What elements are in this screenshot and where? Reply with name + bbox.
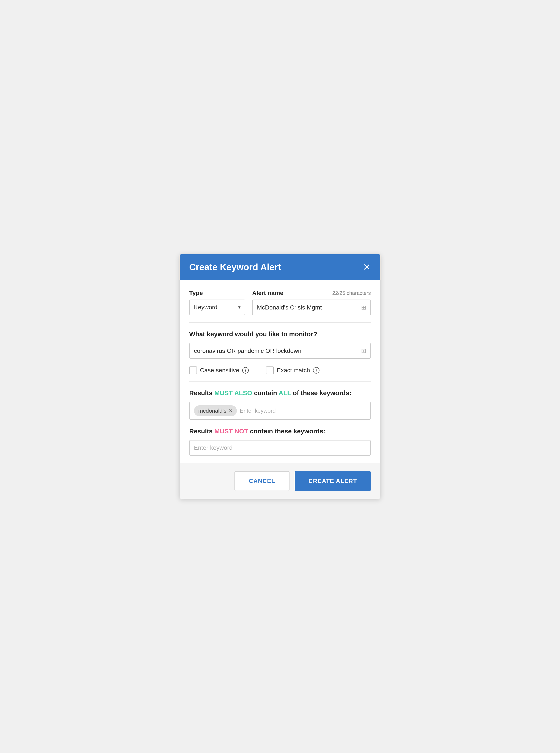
- modal-footer: CANCEL CREATE ALERT: [180, 463, 380, 499]
- alert-name-field-group: Alert name 22/25 characters ⊞: [252, 290, 371, 315]
- must-also-suffix: of these keywords:: [291, 389, 352, 397]
- must-also-prefix: Results: [189, 389, 215, 397]
- char-count: 22/25 characters: [332, 290, 371, 296]
- alert-name-label-row: Alert name 22/25 characters: [252, 290, 371, 296]
- must-also-tag-close-icon[interactable]: ✕: [229, 408, 233, 414]
- create-alert-button[interactable]: CREATE ALERT: [295, 471, 371, 491]
- cancel-button[interactable]: CANCEL: [235, 471, 289, 491]
- type-select-value: Keyword: [194, 304, 238, 311]
- type-select[interactable]: Keyword ▾: [189, 300, 245, 315]
- divider-2: [189, 381, 371, 382]
- modal-title: Create Keyword Alert: [189, 262, 281, 272]
- must-also-middle: contain: [252, 389, 279, 397]
- checkboxes-row: Case sensitive i Exact match i: [189, 366, 371, 374]
- keyword-input-wrapper[interactable]: ⊞: [189, 343, 371, 359]
- type-name-row: Type Keyword ▾ Alert name 22/25 characte…: [189, 290, 371, 315]
- must-not-prefix: Results: [189, 427, 215, 435]
- must-also-label: Results MUST ALSO contain ALL of these k…: [189, 389, 371, 397]
- type-field-group: Type Keyword ▾: [189, 290, 245, 315]
- alert-name-label: Alert name: [252, 290, 283, 296]
- alert-name-input[interactable]: [257, 304, 361, 311]
- modal-body: Type Keyword ▾ Alert name 22/25 characte…: [180, 280, 380, 456]
- must-not-input-wrapper[interactable]: [189, 440, 371, 456]
- must-also-input[interactable]: [240, 407, 366, 414]
- exact-match-checkbox[interactable]: [266, 366, 274, 374]
- must-not-input[interactable]: [194, 444, 366, 451]
- exact-match-item: Exact match i: [266, 366, 319, 374]
- exact-match-label: Exact match: [277, 367, 310, 374]
- must-not-label: Results MUST NOT contain these keywords:: [189, 427, 371, 435]
- case-sensitive-checkbox[interactable]: [189, 366, 197, 374]
- must-not-suffix: contain these keywords:: [248, 427, 325, 435]
- keyword-input[interactable]: [194, 347, 361, 354]
- type-label: Type: [189, 290, 245, 296]
- must-also-all: ALL: [279, 389, 291, 397]
- modal-header: Create Keyword Alert ✕: [180, 254, 380, 280]
- divider-1: [189, 322, 371, 323]
- case-sensitive-item: Case sensitive i: [189, 366, 249, 374]
- keyword-list-icon: ⊞: [361, 347, 366, 354]
- chevron-down-icon: ▾: [238, 305, 241, 310]
- case-sensitive-info-icon[interactable]: i: [242, 367, 249, 373]
- must-also-input-wrapper[interactable]: mcdonald's ✕: [189, 402, 371, 420]
- must-also-tag: mcdonald's ✕: [194, 405, 237, 416]
- must-also-highlight: MUST ALSO: [215, 389, 253, 397]
- must-also-tag-text: mcdonald's: [198, 407, 226, 414]
- close-button[interactable]: ✕: [363, 263, 371, 272]
- case-sensitive-label: Case sensitive: [200, 367, 239, 374]
- create-keyword-alert-modal: Create Keyword Alert ✕ Type Keyword ▾ Al…: [180, 254, 380, 499]
- list-icon: ⊞: [361, 304, 366, 311]
- keyword-question: What keyword would you like to monitor?: [189, 330, 371, 338]
- alert-name-input-wrapper[interactable]: ⊞: [252, 300, 371, 315]
- exact-match-info-icon[interactable]: i: [313, 367, 319, 373]
- must-not-highlight: MUST NOT: [215, 427, 248, 435]
